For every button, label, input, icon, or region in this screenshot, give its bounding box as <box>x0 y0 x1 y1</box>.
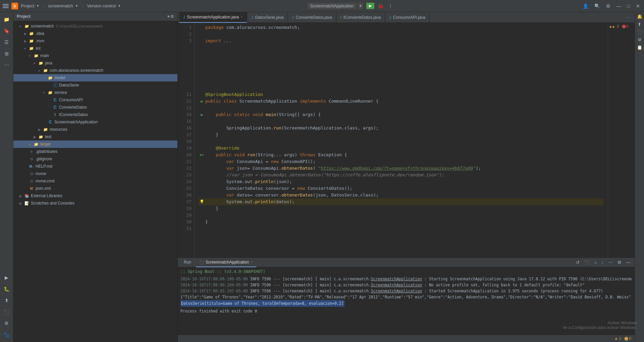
tree-item-java[interactable]: ▾ 📁 java <box>13 59 177 67</box>
windows-activate-overlay: Activar Windows Ve a Configuración para … <box>562 321 637 330</box>
tab-screenmatch-label: ScreenmatchApplication.java <box>187 15 239 19</box>
project-dropdown-arrow[interactable]: ▾ <box>37 4 39 8</box>
minimize-button[interactable]: — <box>615 3 623 9</box>
tree-item-iconviertedatos[interactable]: ▶ I IConvierteDatos <box>13 111 177 118</box>
project-panel-dropdown[interactable]: ▾ ⚙ <box>167 14 174 19</box>
console-log-2: 2024-10-18T17:08:00.104-05:00 INFO 7596 … <box>180 282 632 288</box>
bottom-ctrl-scroll[interactable]: ↓ <box>600 259 605 266</box>
bottom-ctrl-restart[interactable]: ↺ <box>575 259 581 266</box>
sidebar-icon-bookmarks[interactable]: 🔖 <box>2 26 11 36</box>
windows-activate-title: Activar Windows <box>562 321 637 325</box>
more-run-options[interactable]: ⋮ <box>387 3 394 9</box>
project-panel: Project ▾ ⚙ ▾ 📁 screenmatch C:\Users\DEL… <box>13 12 178 342</box>
tree-item-pomxml[interactable]: ▶ M pom.xml <box>13 185 177 192</box>
tree-item-gitignore[interactable]: ▶ ⊙ .gitignore <box>13 155 177 163</box>
run-config-dropdown[interactable]: ▾ <box>358 3 363 9</box>
tree-item-root[interactable]: ▾ 📁 screenmatch C:\Users\DELL\screenmatc… <box>13 22 177 30</box>
side-icon-services[interactable]: ⚙ <box>638 37 642 42</box>
tree-item-idea[interactable]: ▶ 📁 .idea <box>13 30 177 37</box>
tree-item-conviertedatos[interactable]: ▶ C ConvierteDatos <box>13 104 177 111</box>
sidebar-icon-notifications[interactable]: 🐾 <box>2 330 11 339</box>
tree-item-test[interactable]: ▶ 📁 test <box>13 133 177 140</box>
sidebar-icon-project[interactable]: 📁 <box>2 15 11 24</box>
editor-container: J ScreenmatchApplication.java × J DatosS… <box>178 12 635 342</box>
settings-icon[interactable]: ⚙ <box>605 3 612 9</box>
sidebar-icon-terminal[interactable]: ⬛ <box>2 307 11 317</box>
run-button[interactable]: ▶ <box>366 3 374 9</box>
search-icon[interactable]: 🔍 <box>593 3 601 9</box>
code-line-19 <box>199 138 604 145</box>
code-line-28: 💡 System.out.println(datos); <box>199 198 604 205</box>
tab-iconviertedatos-label: IConvierteDatos.java <box>343 15 381 20</box>
tree-item-datosserie[interactable]: ▶ 🇯 DatosSerie <box>13 81 177 89</box>
code-line-22: var ConsumoApi = new ConsumoAPI(); <box>199 158 604 165</box>
sidebar-icon-more[interactable]: ⋯ <box>2 60 11 70</box>
code-line-26: ConvierteDatos conversor = new Convierte… <box>199 185 604 192</box>
tab-consumoapi-label: ConsumoAPI.java <box>393 15 425 20</box>
sidebar-icon-structure[interactable]: ☰ <box>2 38 11 47</box>
user-icon[interactable]: 👤 <box>581 3 590 9</box>
tree-item-scratches[interactable]: ▶ 📝 Scratches and Consoles <box>13 199 177 207</box>
bottom-ctrl-settings[interactable]: ⚙ <box>616 259 623 266</box>
hamburger-menu-icon[interactable] <box>3 3 9 9</box>
tab-iconviertedatos[interactable]: I IConvierteDatos.java <box>336 12 385 23</box>
code-content[interactable]: package com.aluracursos.screenmatch; imp… <box>195 23 608 258</box>
tree-item-mvnw[interactable]: ▶ ⊙ mvnw <box>13 170 177 177</box>
tree-item-resources[interactable]: ▶ 📁 resources <box>13 126 177 133</box>
sidebar-icon-debug[interactable]: 🐛 <box>2 284 11 294</box>
tree-item-package[interactable]: ▾ 📁 com.aluracursos.screenmatch <box>13 67 177 74</box>
run-config-label: ScreenmatchApplication <box>308 3 356 9</box>
run-gutter-15[interactable]: ▶ <box>199 111 205 118</box>
tree-item-gitattributes[interactable]: ▶ ≡ .gitattributes <box>13 148 177 155</box>
tree-item-mvn[interactable]: ▶ 📁 .mvn <box>13 37 177 45</box>
side-icon-notifications[interactable]: 🔔 <box>637 14 642 19</box>
tab-consumoapi[interactable]: J ConsumoAPI.java <box>385 12 430 23</box>
version-control-arrow[interactable]: ▾ <box>118 4 120 8</box>
tab-java-icon: J <box>183 15 185 19</box>
bottom-tab-run[interactable]: Run <box>180 258 195 267</box>
run-gutter-21[interactable]: ▶⚙ <box>199 152 205 158</box>
app-tab-close[interactable]: × <box>251 260 253 264</box>
bottom-ctrl-wrap[interactable]: ⌂ <box>593 259 598 266</box>
close-button[interactable]: ✕ <box>635 3 641 9</box>
tree-item-helpmd[interactable]: ▶ M↓ HELP.md <box>13 163 177 170</box>
project-dropdown-btn[interactable]: Project <box>21 3 34 8</box>
side-icon-event-log[interactable]: 📋 <box>637 45 642 50</box>
sidebar-icon-run[interactable]: ▶ <box>2 273 11 282</box>
bottom-ctrl-more[interactable]: ⋯ <box>607 259 614 266</box>
console-json-line: {"Title":"Game of Thrones","Year":"2011-… <box>180 294 632 300</box>
sidebar-icon-rail: 📁 🔖 ☰ ⊞ ⋯ ▶ 🐛 ⬆ ⬛ ⚙ 🐾 <box>0 12 13 342</box>
project-panel-title: Project <box>17 14 31 19</box>
tree-item-model[interactable]: ▾ 📁 model <box>13 74 177 81</box>
tree-item-screenmatch-app[interactable]: ▶ C ScreenmatchApplication <box>13 118 177 126</box>
app-dropdown-arrow[interactable]: ▾ <box>76 4 78 8</box>
tree-item-src[interactable]: ▾ 📁 src <box>13 45 177 52</box>
tab-screenmatch[interactable]: J ScreenmatchApplication.java × <box>179 12 247 23</box>
line-numbers: 1 2 3 11 12 13 14 15 16 17 18 19 20 21 2… <box>178 23 195 258</box>
sidebar-icon-problems[interactable]: ⚙ <box>2 319 11 328</box>
run-gutter-13[interactable]: ▶ <box>199 98 205 105</box>
side-icon-terminal-right[interactable]: ⬛ <box>637 30 642 35</box>
version-control-label[interactable]: Version control <box>87 3 116 8</box>
bottom-tab-app[interactable]: ⬛ ScreenmatchApplication × <box>196 258 256 267</box>
tab-conviertedatos[interactable]: J ConvierteDatos.java <box>288 12 336 23</box>
side-icon-git[interactable]: ⬆ <box>638 22 641 27</box>
code-line-15: ▶ public static void main(String[] args)… <box>199 111 604 118</box>
tree-item-ext-libs[interactable]: ▶ 📚 External Libraries <box>13 192 177 199</box>
tree-item-main[interactable]: ▾ 📁 main <box>13 52 177 59</box>
tab-conviertedatos-label: ConvierteDatos.java <box>296 15 332 20</box>
tab-overflow-btn[interactable]: ⋯ <box>625 15 633 20</box>
code-line-16 <box>199 118 604 125</box>
tree-item-target[interactable]: ▶ 📁 target <box>13 140 177 148</box>
debug-button[interactable]: 🐞 <box>376 3 385 9</box>
sidebar-icon-git[interactable]: ⬆ <box>2 296 11 305</box>
maximize-button[interactable]: □ <box>626 3 631 9</box>
bottom-close[interactable]: — <box>625 259 632 266</box>
bottom-ctrl-stop[interactable]: ⬛ <box>583 259 591 266</box>
tree-item-consumoapi[interactable]: ▶ C ConsumoAPI <box>13 96 177 104</box>
tree-item-service[interactable]: ▾ 📁 service <box>13 89 177 96</box>
tree-item-mvnw-cmd[interactable]: ▶ ⊙ mvnw.cmd <box>13 177 177 185</box>
sidebar-icon-plugins[interactable]: ⊞ <box>2 49 11 58</box>
tab-screenmatch-close[interactable]: × <box>241 15 243 19</box>
tab-datosserie[interactable]: J DatosSerie.java <box>247 12 288 23</box>
